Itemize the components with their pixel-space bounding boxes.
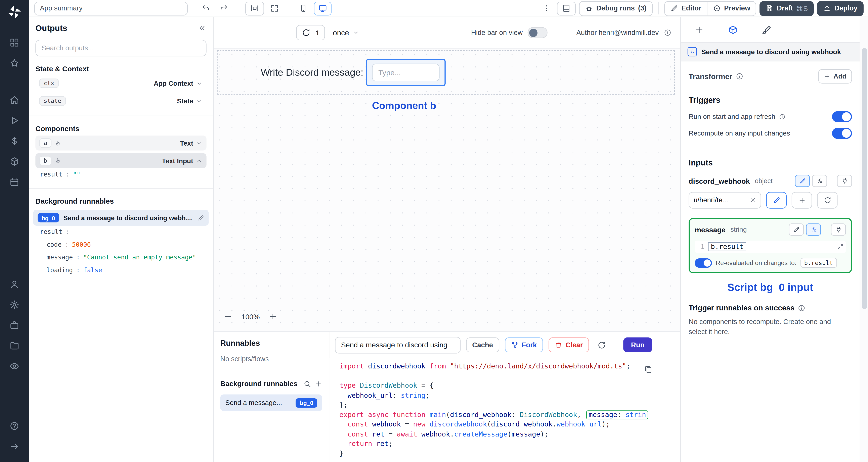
refresh-interval-button[interactable]: 1 <box>296 25 325 40</box>
cache-button[interactable]: Cache <box>466 337 499 352</box>
copy-code-icon[interactable] <box>644 365 653 377</box>
insert-tab[interactable] <box>694 25 704 35</box>
fork-button[interactable]: Fork <box>504 337 543 352</box>
collapse-panel-icon[interactable] <box>198 24 207 32</box>
docs-button[interactable] <box>557 1 576 15</box>
pointer-icon[interactable] <box>55 140 62 146</box>
code-line[interactable]: return ret; <box>339 439 680 449</box>
help-icon[interactable] <box>4 417 24 435</box>
nav-schedules-icon[interactable] <box>4 172 24 191</box>
resource-input[interactable]: u/henri/te... <box>689 192 761 209</box>
code-line[interactable] <box>339 372 680 381</box>
redo-button[interactable] <box>216 1 231 15</box>
scrollbar-thumb[interactable] <box>862 48 867 309</box>
reevaluate-toggle[interactable] <box>695 258 712 267</box>
code-editor[interactable]: import discordwebhook from "https://deno… <box>329 358 680 462</box>
connect-input-button[interactable] <box>837 175 852 187</box>
editor-tab[interactable]: Editor <box>665 1 707 15</box>
zoom-out-button[interactable] <box>221 310 235 323</box>
nav-workers-icon[interactable] <box>4 316 24 334</box>
zoom-in-button[interactable] <box>267 310 280 323</box>
chevron-up-icon[interactable] <box>196 157 203 164</box>
connect-input-button[interactable] <box>831 224 846 236</box>
static-input-button[interactable] <box>795 175 810 187</box>
recompute-toggle[interactable] <box>832 128 852 139</box>
app-canvas[interactable]: Write Discord message: Component b 100% <box>214 48 680 331</box>
clear-icon[interactable] <box>749 197 756 204</box>
undo-button[interactable] <box>199 1 213 15</box>
add-transformer-button[interactable]: Add <box>818 69 852 84</box>
info-icon[interactable] <box>664 29 672 37</box>
search-icon[interactable] <box>303 380 311 388</box>
info-icon[interactable] <box>798 304 806 312</box>
script-title-input[interactable]: Send a message to discord using <box>335 337 461 353</box>
text-input-component[interactable] <box>372 64 440 81</box>
nav-variables-icon[interactable] <box>4 131 24 150</box>
eval-input-button[interactable] <box>812 175 827 187</box>
static-input-button[interactable] <box>789 224 804 236</box>
vertical-scrollbar[interactable] <box>860 17 868 462</box>
theme-tab[interactable] <box>762 25 772 35</box>
mobile-view-button[interactable] <box>296 1 311 15</box>
component-b-row[interactable]: b Text Input <box>35 153 206 168</box>
app-summary-input[interactable] <box>34 1 188 15</box>
preview-tab[interactable]: Preview <box>707 1 756 15</box>
desktop-view-button[interactable] <box>314 1 332 15</box>
eval-input-button[interactable] <box>806 224 821 236</box>
debug-runs-button[interactable]: Debug runs (3) <box>579 1 653 16</box>
schedule-dropdown[interactable]: once <box>333 29 359 37</box>
edit-pencil-icon[interactable] <box>198 214 204 221</box>
code-line[interactable]: const webhook = new discordwebhook(disco… <box>339 420 680 430</box>
refresh-resource-button[interactable] <box>817 192 838 209</box>
code-line[interactable]: const ret = await webhook.createMessage(… <box>339 430 680 439</box>
bg0-runnable-item[interactable]: Send a message... bg_0 <box>220 395 322 411</box>
hide-bar-toggle[interactable] <box>528 27 548 38</box>
code-line[interactable]: import discordwebhook from "https://deno… <box>339 362 680 372</box>
pointer-icon[interactable] <box>55 157 62 164</box>
nav-favorites-icon[interactable] <box>4 54 24 72</box>
component-tab[interactable] <box>728 25 738 35</box>
more-menu-button[interactable] <box>539 1 554 15</box>
text-component-a[interactable]: Write Discord message: <box>261 67 364 78</box>
chevron-down-icon[interactable] <box>196 80 203 87</box>
selected-component-b[interactable] <box>366 59 446 86</box>
expression-editor[interactable]: 1 b.result <box>695 240 846 253</box>
code-line[interactable]: }; <box>339 401 680 410</box>
deploy-button[interactable]: Deploy <box>817 1 864 16</box>
nav-resources-icon[interactable] <box>4 152 24 171</box>
draft-button[interactable]: Draft⌘S <box>760 1 814 16</box>
expand-sidebar-icon[interactable] <box>4 437 24 456</box>
code-line[interactable]: webhook_url: string; <box>339 391 680 401</box>
run-button[interactable]: Run <box>623 337 652 352</box>
windmill-logo[interactable] <box>7 4 22 20</box>
nav-home-icon[interactable] <box>4 90 24 109</box>
info-icon[interactable] <box>779 113 785 120</box>
left-rail <box>0 0 29 462</box>
info-icon[interactable] <box>736 72 743 80</box>
fit-width-button[interactable] <box>245 1 264 15</box>
component-a-row[interactable]: a Text <box>35 135 206 151</box>
code-line[interactable]: export async function main(discord_webho… <box>339 410 680 420</box>
nav-users-icon[interactable] <box>4 275 24 294</box>
clear-button[interactable]: Clear <box>548 337 589 352</box>
nav-runs-icon[interactable] <box>4 111 24 130</box>
run-on-start-toggle[interactable] <box>832 111 852 122</box>
chevron-down-icon[interactable] <box>196 98 203 104</box>
state-row[interactable]: state State <box>35 94 206 108</box>
fullscreen-button[interactable] <box>268 1 282 15</box>
nav-settings-icon[interactable] <box>4 295 24 314</box>
nav-audit-logs-icon[interactable] <box>4 357 24 375</box>
refresh-code-button[interactable] <box>594 338 609 352</box>
bg0-runnable-row[interactable]: bg_0 Send a message to discord using web… <box>33 209 209 226</box>
add-runnable-button[interactable] <box>314 380 322 388</box>
code-line[interactable]: type DiscordWebhook = { <box>339 381 680 391</box>
chevron-down-icon[interactable] <box>196 140 203 146</box>
nav-apps-icon[interactable] <box>4 33 24 52</box>
search-outputs-input[interactable] <box>35 40 206 57</box>
nav-folders-icon[interactable] <box>4 336 24 355</box>
edit-resource-button[interactable] <box>766 192 786 209</box>
expand-editor-icon[interactable] <box>837 243 844 250</box>
ctx-row[interactable]: ctx App Context <box>35 76 206 91</box>
create-resource-button[interactable] <box>792 192 812 209</box>
code-line[interactable]: } <box>339 449 680 459</box>
